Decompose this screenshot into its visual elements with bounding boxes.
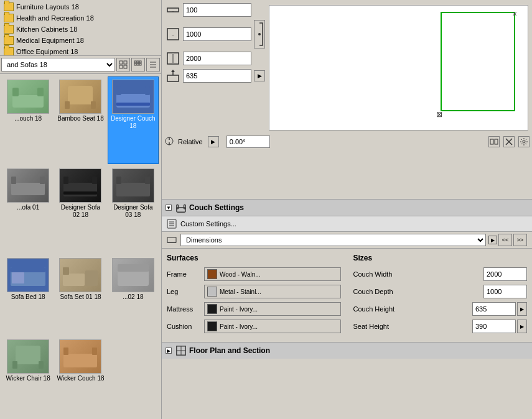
list-item[interactable]: ...02 18 (108, 255, 159, 335)
cushion-material-button[interactable]: Paint - Ivory... (204, 320, 341, 333)
tree-item-medical[interactable]: Medical Equipment 18 (1, 35, 160, 46)
svg-rect-17 (65, 101, 70, 109)
item-label: Designer Sofa 03 18 (110, 204, 157, 219)
surfaces-column: Surfaces Frame Wood - Waln... Leg Metal … (167, 254, 341, 337)
frame-swatch (207, 269, 217, 279)
width-input[interactable] (183, 3, 251, 17)
svg-rect-5 (137, 61, 139, 63)
tree-item-kitchen[interactable]: Kitchen Cabinets 18 (1, 24, 160, 35)
view-medium-button[interactable] (131, 58, 145, 71)
list-item[interactable]: Wicker Couch 18 (55, 336, 106, 417)
depth-input[interactable] (183, 27, 251, 41)
frame-material-button[interactable]: Wood - Waln... (204, 267, 341, 281)
svg-rect-72 (167, 237, 176, 242)
svg-rect-43 (39, 361, 44, 369)
nav-next-button[interactable]: >> (513, 234, 527, 246)
couch-depth-input[interactable] (483, 285, 527, 298)
floor-plan-collapse-button[interactable]: ▶ (166, 348, 172, 354)
list-item[interactable]: ...ouch 18 (2, 76, 54, 164)
frame-label: Frame (167, 270, 204, 278)
item-label: ...02 18 (123, 293, 143, 301)
floor-plan-title: Floor Plan and Section (189, 346, 270, 355)
svg-rect-15 (37, 88, 44, 96)
list-item[interactable]: Designer Sofa 03 18 (108, 165, 159, 253)
couch-height-row: Couch Height ▶ (353, 302, 528, 316)
list-item[interactable]: Sofa Set 01 18 (55, 255, 106, 335)
right-panel: ↔ ↔ (162, 0, 532, 419)
mattress-material-button[interactable]: Paint - Ivory... (204, 302, 341, 316)
svg-rect-8 (137, 63, 139, 65)
item-thumbnail (7, 258, 49, 292)
svg-rect-67 (184, 205, 186, 209)
svg-rect-24 (11, 177, 16, 184)
svg-rect-41 (16, 346, 40, 364)
item-thumbnail (112, 80, 154, 114)
svg-rect-28 (92, 177, 97, 184)
mattress-label: Mattress (167, 305, 204, 313)
svg-rect-36 (63, 274, 85, 286)
view-large-button[interactable] (116, 58, 130, 71)
floor-plan-section-header[interactable]: ▶ Floor Plan and Section (162, 342, 532, 359)
surfaces-title: Surfaces (167, 254, 341, 262)
list-item[interactable]: Designer Couch 18 (108, 76, 159, 164)
custom-settings-bar[interactable]: Custom Settings... (162, 216, 532, 232)
height-input[interactable] (183, 52, 251, 65)
leg-material-label: Metal - Stainl... (220, 288, 261, 295)
svg-marker-56 (171, 70, 175, 72)
link-proportions-button[interactable] (254, 20, 265, 48)
dimensions-dropdown[interactable]: Dimensions (180, 234, 486, 246)
input-row-4: ▶ (166, 68, 265, 83)
input-row-3 (166, 51, 265, 66)
tree-item-label: Kitchen Cabinets 18 (16, 25, 77, 33)
seat-height-input[interactable] (472, 320, 516, 333)
couch-height-arrow[interactable]: ▶ (517, 302, 527, 316)
tree-item-health[interactable]: Health and Recreation 18 (1, 12, 160, 24)
mirror-h-button[interactable] (488, 136, 500, 147)
left-panel: Furniture Layouts 18 Health and Recreati… (0, 0, 162, 419)
item-thumbnail (7, 339, 49, 374)
angle-input[interactable] (226, 136, 270, 148)
svg-rect-32 (145, 177, 150, 184)
svg-rect-39 (118, 270, 149, 286)
couch-height-input[interactable] (472, 302, 516, 316)
couch-settings-header[interactable]: ▼ Couch Settings (162, 200, 532, 216)
svg-rect-6 (139, 61, 141, 63)
tree-item-office[interactable]: Office Equipment 18 (1, 46, 160, 56)
list-item[interactable]: Wicker Chair 18 (2, 336, 54, 417)
svg-rect-9 (139, 63, 141, 65)
svg-rect-66 (177, 205, 179, 209)
item-thumbnail (59, 80, 101, 114)
list-item[interactable]: Designer Sofa 02 18 (55, 165, 106, 253)
list-item[interactable]: Sofa Bed 18 (2, 255, 54, 335)
tree-item-label: Medical Equipment 18 (16, 37, 84, 44)
floor-plan-icon (175, 345, 187, 356)
category-dropdown[interactable]: and Sofas 18 (1, 58, 115, 71)
leg-label: Leg (167, 288, 204, 295)
list-item[interactable]: ...ofa 01 (2, 165, 54, 253)
nav-prev-button[interactable]: << (498, 234, 512, 246)
elevation-arrow-button[interactable]: ▶ (254, 70, 265, 81)
item-label: Sofa Bed 18 (11, 293, 45, 301)
elevation-input[interactable] (183, 69, 251, 83)
leg-material-button[interactable]: Metal - Stainl... (204, 285, 341, 298)
delete-button[interactable] (503, 136, 515, 147)
relative-icon (164, 136, 174, 147)
couch-width-input[interactable] (483, 267, 527, 281)
folder-icon (4, 25, 14, 34)
item-label: Wicker Chair 18 (6, 375, 50, 382)
item-label: Designer Couch 18 (110, 115, 157, 130)
folder-icon (4, 36, 14, 45)
settings-button[interactable] (518, 136, 530, 147)
relative-expand-button[interactable]: ▶ (208, 136, 219, 147)
list-item[interactable]: Bamboo Seat 18 (55, 76, 106, 164)
svg-rect-4 (134, 61, 136, 63)
tree-item-furniture[interactable]: Furniture Layouts 18 (1, 1, 160, 12)
frame-material-label: Wood - Waln... (220, 271, 261, 278)
view-list-button[interactable] (146, 58, 160, 71)
tree-item-label: Health and Recreation 18 (16, 14, 94, 22)
collapse-button[interactable]: ▼ (166, 205, 172, 211)
input-row-1: ↔ (166, 2, 265, 17)
tree-section: Furniture Layouts 18 Health and Recreati… (0, 0, 161, 56)
svg-rect-30 (116, 183, 150, 196)
seat-height-arrow[interactable]: ▶ (517, 320, 527, 333)
